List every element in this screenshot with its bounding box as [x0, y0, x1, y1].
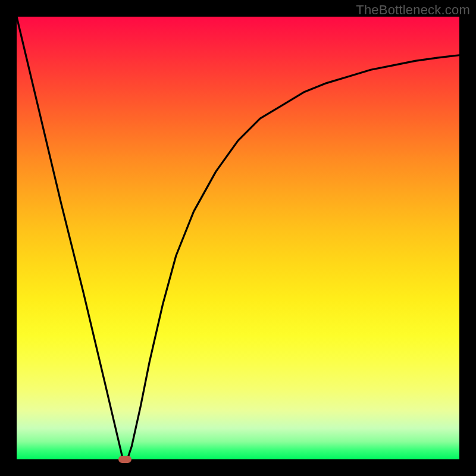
- watermark-text: TheBottleneck.com: [356, 2, 470, 18]
- bottleneck-curve: [17, 17, 459, 459]
- chart-frame: TheBottleneck.com: [0, 0, 476, 476]
- plot-area: [17, 17, 459, 459]
- curve-svg: [17, 17, 459, 459]
- minimum-marker: [118, 456, 131, 463]
